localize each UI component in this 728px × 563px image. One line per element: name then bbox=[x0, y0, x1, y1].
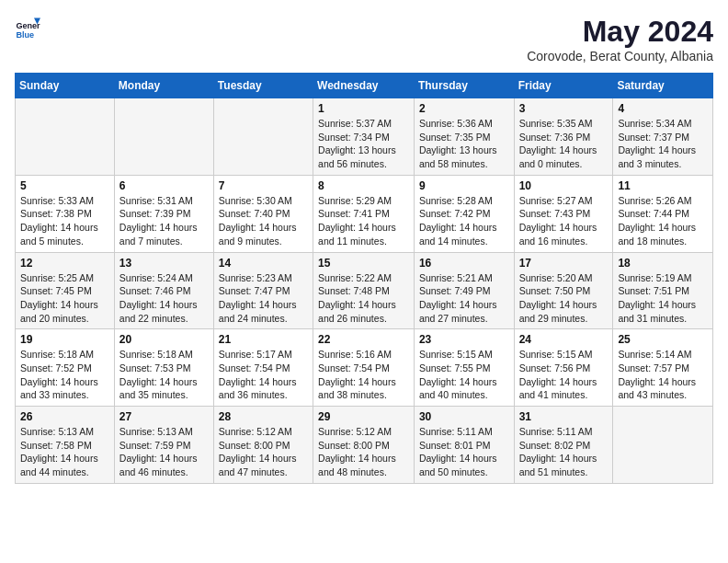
day-of-week-header: Tuesday bbox=[213, 74, 313, 98]
calendar-cell: 27Sunrise: 5:13 AMSunset: 7:59 PMDayligh… bbox=[114, 407, 213, 484]
calendar-cell: 17Sunrise: 5:20 AMSunset: 7:50 PMDayligh… bbox=[514, 252, 613, 329]
calendar-cell: 7Sunrise: 5:30 AMSunset: 7:40 PMDaylight… bbox=[213, 175, 313, 252]
day-info: Sunrise: 5:33 AMSunset: 7:38 PMDaylight:… bbox=[20, 194, 109, 248]
day-number: 3 bbox=[519, 102, 609, 115]
calendar-cell: 16Sunrise: 5:21 AMSunset: 7:49 PMDayligh… bbox=[414, 252, 514, 329]
day-info: Sunrise: 5:13 AMSunset: 7:58 PMDaylight:… bbox=[20, 425, 109, 479]
day-info: Sunrise: 5:19 AMSunset: 7:51 PMDaylight:… bbox=[618, 271, 708, 326]
day-info: Sunrise: 5:20 AMSunset: 7:50 PMDaylight:… bbox=[519, 271, 609, 326]
calendar-week-row: 12Sunrise: 5:25 AMSunset: 7:45 PMDayligh… bbox=[16, 252, 713, 329]
day-of-week-header: Monday bbox=[114, 74, 213, 98]
calendar-cell: 3Sunrise: 5:35 AMSunset: 7:36 PMDaylight… bbox=[514, 98, 613, 176]
day-number: 29 bbox=[318, 410, 409, 423]
day-info: Sunrise: 5:12 AMSunset: 8:00 PMDaylight:… bbox=[318, 425, 409, 479]
calendar-cell: 9Sunrise: 5:28 AMSunset: 7:42 PMDaylight… bbox=[414, 175, 514, 252]
day-info: Sunrise: 5:14 AMSunset: 7:57 PMDaylight:… bbox=[618, 348, 708, 402]
calendar-cell: 15Sunrise: 5:22 AMSunset: 7:48 PMDayligh… bbox=[313, 252, 415, 329]
calendar-cell: 28Sunrise: 5:12 AMSunset: 8:00 PMDayligh… bbox=[213, 407, 313, 484]
day-number: 7 bbox=[219, 179, 308, 192]
day-info: Sunrise: 5:34 AMSunset: 7:37 PMDaylight:… bbox=[618, 117, 708, 171]
day-of-week-header: Thursday bbox=[414, 74, 514, 98]
calendar-week-row: 5Sunrise: 5:33 AMSunset: 7:38 PMDaylight… bbox=[16, 175, 713, 252]
calendar-cell: 26Sunrise: 5:13 AMSunset: 7:58 PMDayligh… bbox=[16, 407, 115, 484]
svg-text:Blue: Blue bbox=[16, 30, 34, 40]
day-info: Sunrise: 5:24 AMSunset: 7:46 PMDaylight:… bbox=[119, 271, 209, 326]
day-number: 4 bbox=[618, 102, 708, 115]
calendar-cell: 30Sunrise: 5:11 AMSunset: 8:01 PMDayligh… bbox=[414, 407, 514, 484]
calendar-cell: 14Sunrise: 5:23 AMSunset: 7:47 PMDayligh… bbox=[213, 252, 313, 329]
day-info: Sunrise: 5:15 AMSunset: 7:55 PMDaylight:… bbox=[419, 348, 509, 402]
day-number: 11 bbox=[618, 179, 708, 192]
day-info: Sunrise: 5:22 AMSunset: 7:48 PMDaylight:… bbox=[318, 271, 409, 326]
calendar-cell bbox=[16, 98, 115, 176]
calendar-cell: 21Sunrise: 5:17 AMSunset: 7:54 PMDayligh… bbox=[213, 329, 313, 407]
day-number: 12 bbox=[20, 257, 109, 270]
calendar-cell: 18Sunrise: 5:19 AMSunset: 7:51 PMDayligh… bbox=[613, 252, 713, 329]
calendar-week-row: 26Sunrise: 5:13 AMSunset: 7:58 PMDayligh… bbox=[16, 407, 713, 484]
day-info: Sunrise: 5:11 AMSunset: 8:02 PMDaylight:… bbox=[519, 425, 609, 479]
day-info: Sunrise: 5:17 AMSunset: 7:54 PMDaylight:… bbox=[219, 348, 308, 402]
day-info: Sunrise: 5:27 AMSunset: 7:43 PMDaylight:… bbox=[519, 194, 609, 248]
calendar-cell: 23Sunrise: 5:15 AMSunset: 7:55 PMDayligh… bbox=[414, 329, 514, 407]
calendar-cell bbox=[213, 98, 313, 176]
day-number: 23 bbox=[419, 333, 509, 346]
title-block: May 2024 Corovode, Berat County, Albania bbox=[527, 15, 713, 63]
day-info: Sunrise: 5:11 AMSunset: 8:01 PMDaylight:… bbox=[419, 425, 509, 479]
day-number: 21 bbox=[219, 333, 308, 346]
calendar-cell: 11Sunrise: 5:26 AMSunset: 7:44 PMDayligh… bbox=[613, 175, 713, 252]
day-info: Sunrise: 5:29 AMSunset: 7:41 PMDaylight:… bbox=[318, 194, 409, 248]
day-number: 27 bbox=[119, 410, 209, 423]
day-info: Sunrise: 5:36 AMSunset: 7:35 PMDaylight:… bbox=[419, 117, 509, 171]
calendar-cell: 22Sunrise: 5:16 AMSunset: 7:54 PMDayligh… bbox=[313, 329, 415, 407]
day-info: Sunrise: 5:23 AMSunset: 7:47 PMDaylight:… bbox=[219, 271, 308, 326]
calendar-cell bbox=[613, 407, 713, 484]
day-number: 14 bbox=[219, 257, 308, 270]
day-of-week-header: Friday bbox=[514, 74, 613, 98]
day-of-week-header: Saturday bbox=[613, 74, 713, 98]
day-of-week-header: Sunday bbox=[16, 74, 115, 98]
calendar-header-row: SundayMondayTuesdayWednesdayThursdayFrid… bbox=[16, 74, 713, 98]
calendar-cell: 6Sunrise: 5:31 AMSunset: 7:39 PMDaylight… bbox=[114, 175, 213, 252]
day-info: Sunrise: 5:28 AMSunset: 7:42 PMDaylight:… bbox=[419, 194, 509, 248]
day-info: Sunrise: 5:37 AMSunset: 7:34 PMDaylight:… bbox=[318, 117, 409, 171]
day-number: 19 bbox=[20, 333, 109, 346]
calendar-body: 1Sunrise: 5:37 AMSunset: 7:34 PMDaylight… bbox=[16, 98, 713, 484]
day-number: 17 bbox=[519, 257, 609, 270]
day-number: 6 bbox=[119, 179, 209, 192]
calendar-cell: 24Sunrise: 5:15 AMSunset: 7:56 PMDayligh… bbox=[514, 329, 613, 407]
location-title: Corovode, Berat County, Albania bbox=[527, 49, 713, 63]
day-number: 24 bbox=[519, 333, 609, 346]
calendar-cell bbox=[114, 98, 213, 176]
day-info: Sunrise: 5:18 AMSunset: 7:52 PMDaylight:… bbox=[20, 348, 109, 402]
day-number: 13 bbox=[119, 257, 209, 270]
day-number: 2 bbox=[419, 102, 509, 115]
day-number: 31 bbox=[519, 410, 609, 423]
calendar-cell: 25Sunrise: 5:14 AMSunset: 7:57 PMDayligh… bbox=[613, 329, 713, 407]
day-number: 10 bbox=[519, 179, 609, 192]
calendar-cell: 31Sunrise: 5:11 AMSunset: 8:02 PMDayligh… bbox=[514, 407, 613, 484]
day-number: 18 bbox=[618, 257, 708, 270]
day-info: Sunrise: 5:35 AMSunset: 7:36 PMDaylight:… bbox=[519, 117, 609, 171]
calendar-cell: 2Sunrise: 5:36 AMSunset: 7:35 PMDaylight… bbox=[414, 98, 514, 176]
day-number: 22 bbox=[318, 333, 409, 346]
day-info: Sunrise: 5:15 AMSunset: 7:56 PMDaylight:… bbox=[519, 348, 609, 402]
calendar-table: SundayMondayTuesdayWednesdayThursdayFrid… bbox=[15, 73, 713, 484]
calendar-cell: 8Sunrise: 5:29 AMSunset: 7:41 PMDaylight… bbox=[313, 175, 415, 252]
calendar-cell: 29Sunrise: 5:12 AMSunset: 8:00 PMDayligh… bbox=[313, 407, 415, 484]
day-number: 28 bbox=[219, 410, 308, 423]
day-info: Sunrise: 5:25 AMSunset: 7:45 PMDaylight:… bbox=[20, 271, 109, 326]
day-number: 1 bbox=[318, 102, 409, 115]
day-info: Sunrise: 5:16 AMSunset: 7:54 PMDaylight:… bbox=[318, 348, 409, 402]
calendar-cell: 1Sunrise: 5:37 AMSunset: 7:34 PMDaylight… bbox=[313, 98, 415, 176]
calendar-week-row: 19Sunrise: 5:18 AMSunset: 7:52 PMDayligh… bbox=[16, 329, 713, 407]
day-number: 20 bbox=[119, 333, 209, 346]
day-of-week-header: Wednesday bbox=[313, 74, 415, 98]
day-number: 16 bbox=[419, 257, 509, 270]
calendar-cell: 5Sunrise: 5:33 AMSunset: 7:38 PMDaylight… bbox=[16, 175, 115, 252]
calendar-cell: 12Sunrise: 5:25 AMSunset: 7:45 PMDayligh… bbox=[16, 252, 115, 329]
day-info: Sunrise: 5:13 AMSunset: 7:59 PMDaylight:… bbox=[119, 425, 209, 479]
day-info: Sunrise: 5:26 AMSunset: 7:44 PMDaylight:… bbox=[618, 194, 708, 248]
page-header: General Blue May 2024 Corovode, Berat Co… bbox=[15, 15, 713, 63]
calendar-cell: 10Sunrise: 5:27 AMSunset: 7:43 PMDayligh… bbox=[514, 175, 613, 252]
calendar-cell: 19Sunrise: 5:18 AMSunset: 7:52 PMDayligh… bbox=[16, 329, 115, 407]
